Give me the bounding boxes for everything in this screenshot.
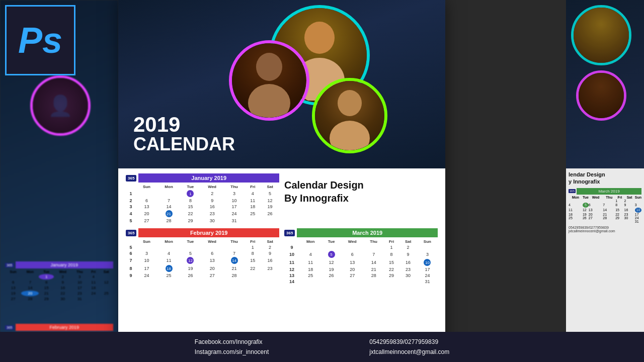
footer-instagram: Instagram.com/sir_innocent (195, 347, 269, 357)
main-calendar-page: 2019 CALENDAR (118, 0, 445, 362)
badge-365-feb: 365 (126, 230, 136, 236)
calendar-header: 2019 CALENDAR (118, 0, 445, 168)
calendar-word: CALENDAR (133, 135, 235, 153)
footer-contact: 0542959839/0277959839 jxtcallmeinnocent@… (369, 337, 449, 357)
bottom-footer-bar: Facebook.com/Innografix Instagram.com/si… (0, 332, 644, 362)
svg-point-3 (256, 53, 282, 81)
badge-365-jan: 365 (126, 175, 136, 182)
svg-point-2 (305, 24, 334, 52)
photoshop-icon: Ps (5, 5, 75, 75)
ps-text: Ps (18, 20, 62, 61)
right-page-preview: lendar Designy Innografix 365 March 2019… (566, 0, 644, 362)
design-credit: Calendar Design By Innografix (284, 173, 438, 205)
circle-photo-pink (229, 40, 309, 121)
svg-point-6 (330, 121, 370, 150)
footer-social: Facebook.com/Innografix Instagram.com/si… (195, 337, 269, 357)
footer-email: jxtcallmeinnocent@gmail.com (369, 347, 449, 357)
purple-circle-preview: 👤 (30, 75, 91, 136)
february-calendar: 365 February 2019 Sun Mon Tue Wed Thu Fr… (126, 228, 279, 279)
calendar-year: 2019 (133, 114, 235, 135)
circle-photo-green (312, 78, 387, 153)
badge-365-mar: 365 (284, 230, 295, 236)
february-header: February 2019 (138, 228, 279, 237)
credit-text: Calendar Design By Innografix (284, 178, 438, 205)
footer-phone: 0542959839/0277959839 (369, 337, 449, 347)
right-phone: 0542959839/0277959839 (569, 226, 641, 229)
march-header: March 2019 (297, 228, 438, 237)
march-calendar: 365 March 2019 Mon Tue Wed Thu Fri Sat (284, 228, 438, 285)
right-email: jxtcallmeinnocent@gmail.com (569, 229, 641, 233)
january-calendar: 365 January 2019 Sun Mon Tue Wed Thu Fri (126, 173, 279, 224)
svg-point-5 (338, 90, 362, 116)
january-header: January 2019 (138, 173, 279, 183)
right-page-header (566, 0, 644, 168)
footer-facebook: Facebook.com/Innografix (195, 337, 269, 347)
calendar-title: 2019 CALENDAR (133, 114, 235, 153)
svg-point-4 (248, 84, 290, 118)
right-page-content: lendar Designy Innografix 365 March 2019… (566, 168, 644, 235)
